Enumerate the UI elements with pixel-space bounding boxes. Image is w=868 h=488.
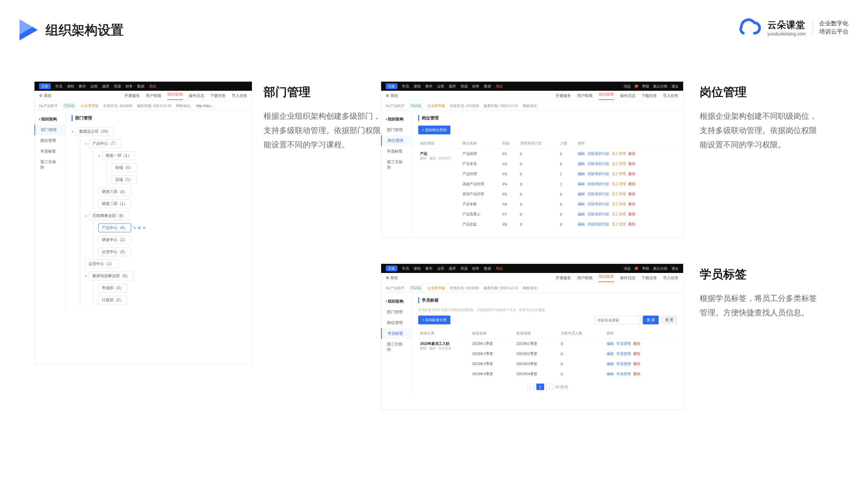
nav-question[interactable]: 题库 bbox=[449, 266, 456, 271]
op-delete[interactable]: 删除 bbox=[628, 172, 636, 176]
op-edit[interactable]: 编辑 bbox=[607, 352, 614, 356]
nav-resource[interactable]: 资源 bbox=[461, 84, 468, 89]
op-edit[interactable]: 编辑 bbox=[578, 152, 585, 156]
op-staff[interactable]: 员工管理 bbox=[612, 202, 626, 206]
op-edit[interactable]: 编辑 bbox=[578, 202, 585, 206]
tab-download[interactable]: 下载任务 bbox=[642, 93, 657, 99]
nav-finance[interactable]: 财务 bbox=[472, 84, 479, 89]
op-plan[interactable]: 关联培训计划 bbox=[587, 222, 609, 226]
op-delete[interactable]: 删除 bbox=[628, 222, 636, 226]
op-delete[interactable]: 删除 bbox=[628, 162, 636, 166]
tree-node-selected[interactable]: 产品中心（9） bbox=[98, 224, 131, 232]
sidebar-title[interactable]: 组织架构 bbox=[34, 114, 65, 125]
nav-system[interactable]: 系统 bbox=[496, 266, 503, 271]
op-plan[interactable]: 关联培训计划 bbox=[587, 172, 609, 176]
row-group-action[interactable]: 编辑 bbox=[429, 346, 436, 351]
op-plan[interactable]: 关联培训计划 bbox=[587, 182, 609, 186]
op-delete[interactable]: 删除 bbox=[628, 182, 636, 186]
tab-org[interactable]: 组织架构 bbox=[598, 274, 614, 282]
op-staff[interactable]: 学员管理 bbox=[616, 362, 631, 366]
row-group-action[interactable]: 删除 bbox=[420, 156, 427, 161]
sidebar-item-3rd[interactable]: 第三方协同 bbox=[34, 157, 65, 173]
tree-node[interactable]: 市场部（3） bbox=[98, 284, 127, 292]
nav-teaching[interactable]: 教学 bbox=[425, 84, 433, 89]
op-staff[interactable]: 学员管理 bbox=[616, 372, 631, 376]
copy-icon[interactable]: ⧉ bbox=[138, 226, 141, 230]
op-plan[interactable]: 关联培训计划 bbox=[587, 152, 609, 156]
tab-service[interactable]: 开通服务 bbox=[556, 275, 571, 281]
nav-finance[interactable]: 财务 bbox=[472, 266, 479, 271]
add-post-category-button[interactable]: + 添加岗位类别 bbox=[418, 126, 451, 134]
nav-msg[interactable]: 消息 bbox=[624, 84, 631, 89]
nav-students[interactable]: 学员 bbox=[402, 84, 409, 89]
tree-node[interactable]: 研发三部（0） bbox=[98, 187, 131, 196]
op-staff[interactable]: 员工管理 bbox=[612, 162, 626, 166]
op-delete[interactable]: 删除 bbox=[628, 202, 636, 206]
nav-campus[interactable]: 默认分校 bbox=[653, 266, 668, 271]
nav-ops[interactable]: 运营 bbox=[437, 84, 444, 89]
op-edit[interactable]: 编辑 bbox=[607, 362, 614, 366]
op-delete[interactable]: 删除 bbox=[633, 341, 641, 346]
op-staff[interactable]: 员工管理 bbox=[612, 182, 626, 186]
pager-page[interactable]: 1 bbox=[536, 384, 544, 390]
nav-ops[interactable]: 运营 bbox=[91, 84, 98, 89]
sidebar-item-dept[interactable]: 部门管理 bbox=[381, 307, 412, 318]
op-staff[interactable]: 学员管理 bbox=[616, 352, 631, 356]
sidebar-item-tag[interactable]: 学员标签 bbox=[381, 328, 412, 339]
tab-org[interactable]: 组织架构 bbox=[167, 92, 183, 100]
nav-resource[interactable]: 资源 bbox=[461, 266, 468, 271]
tree-node[interactable]: 运营中心（0） bbox=[98, 248, 131, 256]
pager-next[interactable]: › bbox=[546, 384, 553, 390]
sidebar-item-post[interactable]: 岗位管理 bbox=[381, 135, 412, 146]
op-delete[interactable]: 删除 bbox=[633, 352, 641, 356]
nav-students[interactable]: 学员 bbox=[55, 84, 62, 89]
tree-node[interactable]: 后端（1） bbox=[112, 175, 137, 184]
op-edit[interactable]: 编辑 bbox=[578, 182, 585, 186]
nav-msg[interactable]: 消息 bbox=[624, 266, 631, 271]
op-plan[interactable]: 关联培训计划 bbox=[587, 212, 609, 216]
nav-system[interactable]: 系统 bbox=[496, 84, 503, 89]
nav-ops[interactable]: 运营 bbox=[437, 266, 444, 271]
nav-data[interactable]: 数据 bbox=[137, 84, 145, 89]
nav-question[interactable]: 题库 bbox=[449, 84, 456, 89]
sidebar-item-tag[interactable]: 学员标签 bbox=[34, 146, 65, 157]
nav-finance[interactable]: 财务 bbox=[126, 84, 133, 89]
tree-node[interactable]: 前端（0） bbox=[112, 163, 137, 172]
sidebar-item-3rd[interactable]: 第三方协同 bbox=[381, 157, 412, 173]
sidebar-item-dept[interactable]: 部门管理 bbox=[34, 125, 65, 135]
nav-courses[interactable]: 课程 bbox=[414, 266, 421, 271]
edit-icon[interactable]: ✎ bbox=[133, 226, 136, 230]
sidebar-item-post[interactable]: 岗位管理 bbox=[34, 135, 65, 146]
tab-import[interactable]: 导入任务 bbox=[663, 93, 679, 99]
tree-node-root[interactable]: 集团总公司（33） bbox=[75, 127, 114, 136]
row-group-action[interactable]: 删除 bbox=[420, 346, 427, 351]
op-edit[interactable]: 编辑 bbox=[578, 222, 585, 226]
nav-courses[interactable]: 课程 bbox=[414, 84, 421, 89]
nav-resource[interactable]: 资源 bbox=[114, 84, 121, 89]
nav-courses[interactable]: 课程 bbox=[67, 84, 74, 89]
tab-service[interactable]: 开通服务 bbox=[124, 93, 140, 99]
tab-import[interactable]: 导入任务 bbox=[232, 93, 247, 99]
op-plan[interactable]: 关联培训计划 bbox=[587, 192, 609, 196]
sidebar-item-3rd[interactable]: 第三方协同 bbox=[381, 339, 412, 355]
tab-org[interactable]: 组织架构 bbox=[598, 92, 614, 100]
reset-button[interactable]: 重 置 bbox=[661, 316, 677, 324]
search-button[interactable]: 搜 索 bbox=[643, 316, 659, 324]
sidebar-item-post[interactable]: 岗位管理 bbox=[381, 318, 412, 328]
nav-question[interactable]: 题库 bbox=[102, 84, 110, 89]
tab-oplog[interactable]: 操作日志 bbox=[620, 275, 636, 281]
op-staff[interactable]: 员工管理 bbox=[612, 212, 626, 216]
op-staff[interactable]: 学员管理 bbox=[616, 341, 631, 346]
op-staff[interactable]: 员工管理 bbox=[612, 152, 626, 156]
nav-students[interactable]: 学员 bbox=[402, 266, 409, 271]
op-plan[interactable]: 关联培训计划 bbox=[587, 202, 609, 206]
add-tag-category-button[interactable]: + 添加标签分类 bbox=[418, 316, 451, 324]
op-delete[interactable]: 删除 bbox=[628, 192, 636, 196]
nav-system[interactable]: 系统 bbox=[149, 84, 156, 89]
nav-help[interactable]: 帮助 bbox=[642, 266, 649, 271]
tab-perm[interactable]: 用户权限 bbox=[577, 275, 593, 281]
tab-service[interactable]: 开通服务 bbox=[556, 93, 571, 99]
tab-download[interactable]: 下载任务 bbox=[210, 93, 226, 99]
nav-data[interactable]: 数据 bbox=[484, 84, 491, 89]
op-staff[interactable]: 员工管理 bbox=[612, 222, 626, 226]
